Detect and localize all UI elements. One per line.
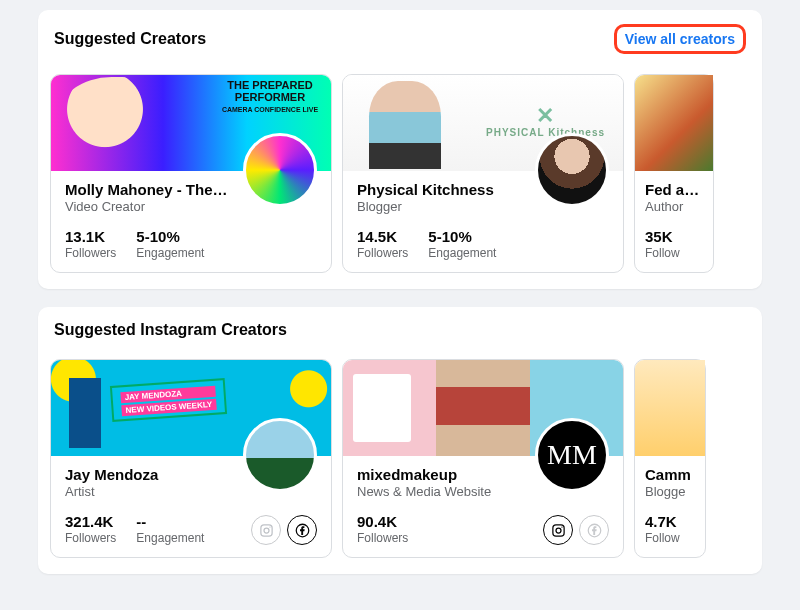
creator-avatar <box>243 418 317 492</box>
svg-rect-4 <box>552 524 563 535</box>
creator-card[interactable]: PHYSICAL Kitchness Physical Kitchness Bl… <box>342 74 624 273</box>
engagement-stat: -- Engagement <box>136 513 204 545</box>
social-icons <box>543 515 609 545</box>
view-all-creators-link[interactable]: View all creators <box>614 24 746 54</box>
social-icons <box>251 515 317 545</box>
suggested-ig-creators-panel: Suggested Instagram Creators JAY MENDOZA… <box>38 307 762 574</box>
followers-label: Follow <box>645 531 680 545</box>
creator-card[interactable]: JAY MENDOZA NEW VIDEOS WEEKLY Jay Mendoz… <box>50 359 332 558</box>
creator-card[interactable]: THE PREPARED PERFORMER CAMERA CONFIDENCE… <box>50 74 332 273</box>
followers-stat: 14.5K Followers <box>357 228 408 260</box>
followers-value: 4.7K <box>645 513 680 530</box>
banner-pane <box>436 360 529 456</box>
banner-title: THE PREPARED PERFORMER <box>227 79 312 103</box>
card-body: Camm Blogge 4.7K Follow <box>635 456 705 557</box>
creator-stats: 321.4K Followers -- Engagement <box>65 513 317 545</box>
creator-name: mixedmakeup <box>357 466 537 483</box>
svg-point-1 <box>264 528 269 533</box>
followers-stat: 321.4K Followers <box>65 513 116 545</box>
creator-name: Camm <box>645 466 691 483</box>
creator-name: Fed a… <box>645 181 699 198</box>
followers-value: 13.1K <box>65 228 116 245</box>
creator-banner <box>635 360 705 456</box>
instagram-icon[interactable] <box>251 515 281 545</box>
panel-header: Suggested Creators View all creators <box>38 10 762 74</box>
engagement-value: 5-10% <box>136 228 204 245</box>
creator-avatar <box>243 133 317 207</box>
facebook-icon[interactable] <box>579 515 609 545</box>
creator-role: Author <box>645 199 699 214</box>
creator-card[interactable]: MM mixedmakeup News & Media Website 90.4… <box>342 359 624 558</box>
followers-stat: 4.7K Follow <box>645 513 680 545</box>
panel-header: Suggested Instagram Creators <box>38 307 762 359</box>
panel-title: Suggested Instagram Creators <box>54 321 287 339</box>
followers-value: 90.4K <box>357 513 408 530</box>
creator-card[interactable]: Camm Blogge 4.7K Follow <box>634 359 706 558</box>
followers-label: Followers <box>357 246 408 260</box>
creator-name: Physical Kitchness <box>357 181 537 198</box>
followers-stat: 13.1K Followers <box>65 228 116 260</box>
creator-name: Molly Mahoney - The… <box>65 181 245 198</box>
svg-rect-0 <box>260 524 271 535</box>
followers-value: 321.4K <box>65 513 116 530</box>
followers-label: Followers <box>357 531 408 545</box>
followers-value: 35K <box>645 228 680 245</box>
svg-point-5 <box>556 528 561 533</box>
engagement-value: -- <box>136 513 204 530</box>
banner-headline: JAY MENDOZA NEW VIDEOS WEEKLY <box>110 378 227 422</box>
creator-banner <box>635 75 713 171</box>
creator-stats: 35K Follow <box>645 228 699 260</box>
creator-stats: 90.4K Followers <box>357 513 609 545</box>
ig-creators-carousel[interactable]: JAY MENDOZA NEW VIDEOS WEEKLY Jay Mendoz… <box>38 359 762 558</box>
banner-pane <box>343 360 436 456</box>
svg-point-2 <box>269 526 270 527</box>
engagement-stat: 5-10% Engagement <box>428 228 496 260</box>
followers-stat: 35K Follow <box>645 228 680 260</box>
svg-point-6 <box>561 526 562 527</box>
followers-stat: 90.4K Followers <box>357 513 408 545</box>
creator-avatar <box>535 133 609 207</box>
engagement-label: Engagement <box>428 246 496 260</box>
creator-card[interactable]: Fed a… Author 35K Follow <box>634 74 714 273</box>
creator-role: Blogge <box>645 484 691 499</box>
engagement-label: Engagement <box>136 531 204 545</box>
creator-avatar: MM <box>535 418 609 492</box>
followers-label: Follow <box>645 246 680 260</box>
creator-name: Jay Mendoza <box>65 466 245 483</box>
avatar-text: MM <box>547 439 597 471</box>
creators-carousel[interactable]: THE PREPARED PERFORMER CAMERA CONFIDENCE… <box>38 74 762 273</box>
banner-figure <box>369 81 441 169</box>
card-body: Fed a… Author 35K Follow <box>635 171 713 272</box>
facebook-icon[interactable] <box>287 515 317 545</box>
engagement-value: 5-10% <box>428 228 496 245</box>
engagement-stat: 5-10% Engagement <box>136 228 204 260</box>
brand-logo: PHYSICAL Kitchness <box>486 105 605 138</box>
suggested-creators-panel: Suggested Creators View all creators THE… <box>38 10 762 289</box>
instagram-icon[interactable] <box>543 515 573 545</box>
followers-label: Followers <box>65 531 116 545</box>
creator-stats: 14.5K Followers 5-10% Engagement <box>357 228 609 260</box>
panel-title: Suggested Creators <box>54 30 206 48</box>
engagement-label: Engagement <box>136 246 204 260</box>
banner-headline: THE PREPARED PERFORMER CAMERA CONFIDENCE… <box>215 79 325 114</box>
banner-subtitle: CAMERA CONFIDENCE LIVE <box>215 106 325 114</box>
banner-figure <box>69 378 101 448</box>
followers-value: 14.5K <box>357 228 408 245</box>
creator-stats: 4.7K Follow <box>645 513 691 545</box>
creator-stats: 13.1K Followers 5-10% Engagement <box>65 228 317 260</box>
followers-label: Followers <box>65 246 116 260</box>
